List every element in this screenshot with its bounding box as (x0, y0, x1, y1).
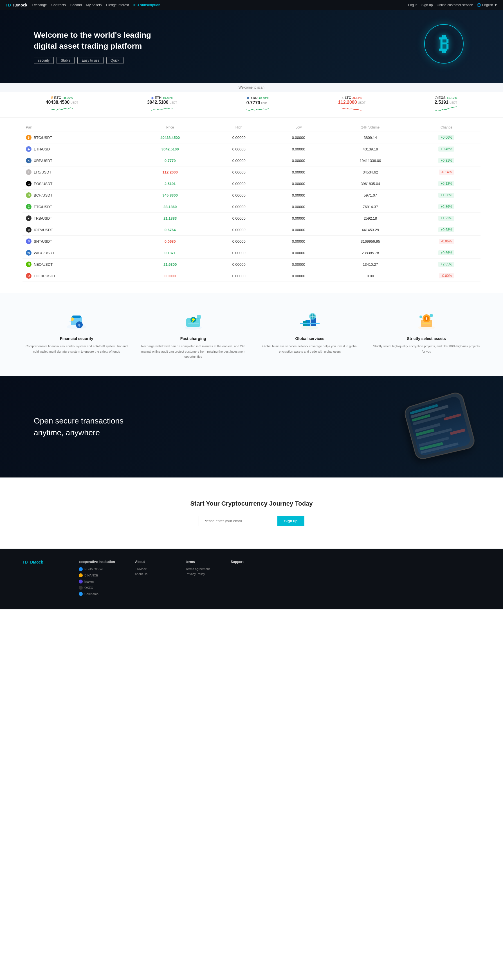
coin-icon-snt: S (26, 239, 32, 244)
footer-link-about-us[interactable]: about Us (135, 572, 180, 576)
cell-change: -0.06% (412, 235, 481, 247)
table-row[interactable]: ◆ ETH/USDT 3042.5100 0.00000 0.00000 431… (22, 143, 481, 155)
table-row[interactable]: O OOCK/USDT 0.0000 0.00000 0.00000 0.00 … (22, 270, 481, 282)
cell-change: -0.00% (412, 270, 481, 282)
change-badge: -0.00% (439, 273, 454, 278)
hero-title: Welcome to the world's leading digital a… (34, 30, 151, 51)
cell-high: 0.00000 (209, 247, 269, 259)
ticker-row: ₿ BTC +0.06% 40438.4500 USDT ◆ ETH +0.46… (0, 92, 503, 118)
footer-support: Support (231, 560, 270, 598)
cell-low: 0.00000 (269, 259, 328, 270)
footer-link-tdmock[interactable]: TDMock (135, 567, 180, 571)
nav-my-assets[interactable]: My Assets (86, 3, 102, 7)
table-row[interactable]: ⬡ EOS/USDT 2.5191 0.00000 0.00000 396183… (22, 178, 481, 189)
coin-icon-iota: ◎ (26, 227, 32, 232)
pair-label: TRB/USDT (34, 216, 52, 221)
feature-strictly-select: $ Strictly select assets Strictly select… (372, 310, 481, 360)
features-grid: $ Financial security Comprehensive finan… (22, 310, 481, 360)
table-row[interactable]: B BCH/USDT 345.8300 0.00000 0.00000 5971… (22, 189, 481, 201)
ticker-eth[interactable]: ◆ ETH +0.46% 3042.5100 USDT (147, 96, 177, 113)
pair-label: WICC/USDT (34, 251, 54, 255)
badge-easy: Easy to use (77, 57, 103, 64)
table-row[interactable]: ✕ XRP/USDT 0.7770 0.00000 0.00000 194113… (22, 155, 481, 167)
cell-change: +5.12% (412, 178, 481, 189)
cell-high: 0.00000 (209, 259, 269, 270)
pair-label: NEO/USDT (34, 262, 53, 267)
footer-link-terms-agreement[interactable]: Terms agreement (186, 567, 225, 571)
logo[interactable]: TDTDMock (6, 3, 27, 7)
badge-security: security (34, 57, 54, 64)
partner-binance[interactable]: BINANCE (79, 573, 129, 578)
ticker-xrp[interactable]: ✕ XRP +0.31% 0.7770 USDT (246, 96, 269, 113)
cell-low: 0.00000 (269, 143, 328, 155)
navbar-left: TDTDMock Exchange Contracts Second My As… (6, 3, 160, 7)
coin-icon-ltc: Ł (26, 169, 32, 175)
nav-signup[interactable]: Sign up (422, 3, 433, 7)
table-row[interactable]: N NEO/USDT 21.6300 0.00000 0.00000 13410… (22, 259, 481, 270)
signup-section: Start Your Cryptocurrency Journey Today … (0, 477, 503, 549)
ticker-btc[interactable]: ₿ BTC +0.06% 40438.4500 USDT (46, 96, 78, 113)
change-badge: +0.46% (438, 146, 454, 151)
cell-volume: 76914.37 (328, 201, 412, 213)
feature-global-services: Global services Global business services… (256, 310, 364, 360)
hero-badges: security Stable Easy to use Quick (34, 57, 151, 64)
nav-contracts[interactable]: Contracts (51, 3, 66, 7)
change-badge: +0.06% (438, 135, 454, 140)
badge-quick: Quick (106, 57, 124, 64)
cell-volume: 2592.18 (328, 213, 412, 224)
cell-pair: ◎ IOTA/USDT (22, 224, 131, 235)
nav-second[interactable]: Second (70, 3, 82, 7)
feature-fast-charging-desc: Recharge withdrawal can be completed in … (139, 344, 248, 360)
cell-low: 0.00000 (269, 155, 328, 167)
signup-button[interactable]: Sign up (277, 516, 304, 526)
cell-volume: 0.00 (328, 270, 412, 282)
change-badge: +0.68% (438, 227, 454, 232)
change-badge: +1.36% (438, 192, 454, 198)
hero-text: Welcome to the world's leading digital a… (34, 30, 151, 64)
table-row[interactable]: W WICC/USDT 0.1371 0.00000 0.00000 23838… (22, 247, 481, 259)
ticker-eos[interactable]: ⬡ EOS +5.12% 2.5191 USDT (435, 96, 457, 113)
table-row[interactable]: Ł LTC/USDT 112.2000 0.00000 0.00000 3453… (22, 167, 481, 178)
table-row[interactable]: Ε ETC/USDT 38.1860 0.00000 0.00000 76914… (22, 201, 481, 213)
nav-language[interactable]: 🌐 English ▼ (477, 3, 497, 7)
partner-kraken[interactable]: kraken (79, 579, 129, 584)
change-badge: +0.66% (438, 250, 454, 255)
nav-ieo[interactable]: IEO subscription (133, 3, 160, 7)
cell-price: 38.1860 (131, 201, 209, 213)
table-row[interactable]: ₿ BTC/USDT 40438.4500 0.00000 0.00000 38… (22, 132, 481, 143)
cell-change: -0.14% (412, 167, 481, 178)
feature-financial-security-title: Financial security (22, 336, 131, 341)
market-table-section: Pair Price High Low 24H Volume Change ₿ … (0, 118, 503, 293)
partner-calenama[interactable]: Calenama (79, 592, 129, 596)
cell-pair: ◆ ETH/USDT (22, 143, 131, 155)
nav-exchange[interactable]: Exchange (32, 3, 47, 7)
cell-low: 0.00000 (269, 178, 328, 189)
coin-icon-eth: ◆ (26, 146, 32, 152)
partner-huobi[interactable]: HuoBi Global (79, 567, 129, 571)
footer-grid: TDTDMock cooperative institution HuoBi G… (22, 560, 481, 598)
cell-volume: 3809.14 (328, 132, 412, 143)
nav-login[interactable]: Log in (408, 3, 417, 7)
feature-global-services-desc: Global business services network coverag… (256, 344, 364, 354)
ticker-ltc[interactable]: Ł LTC -0.14% 112.2000 USDT (338, 96, 366, 113)
table-row[interactable]: S SNT/USDT 0.0680 0.00000 0.00000 316995… (22, 235, 481, 247)
nav-pledge-interest[interactable]: Pledge Interest (106, 3, 129, 7)
footer-support-title: Support (231, 560, 270, 564)
table-row[interactable]: ● TRB/USDT 21.1883 0.00000 0.00000 2592.… (22, 213, 481, 224)
change-badge: -0.06% (439, 239, 454, 244)
cell-low: 0.00000 (269, 132, 328, 143)
email-input[interactable] (199, 516, 277, 526)
coin-icon-btc: ₿ (26, 135, 32, 140)
cell-low: 0.00000 (269, 235, 328, 247)
cta-title: Open secure transactions anytime, anywhe… (34, 415, 124, 439)
cell-change: +0.46% (412, 143, 481, 155)
footer-logo-col: TDTDMock (22, 560, 73, 598)
table-row[interactable]: ◎ IOTA/USDT 0.6764 0.00000 0.00000 44145… (22, 224, 481, 235)
feature-strictly-select-title: Strictly select assets (372, 336, 481, 341)
footer-link-privacy-policy[interactable]: Privacy Policy (186, 572, 225, 576)
cell-price: 0.1371 (131, 247, 209, 259)
partner-okex[interactable]: OKEX (79, 586, 129, 590)
pair-label: ETC/USDT (34, 205, 52, 209)
nav-customer-service[interactable]: Online customer service (437, 3, 473, 7)
pair-label: BTC/USDT (34, 135, 52, 140)
